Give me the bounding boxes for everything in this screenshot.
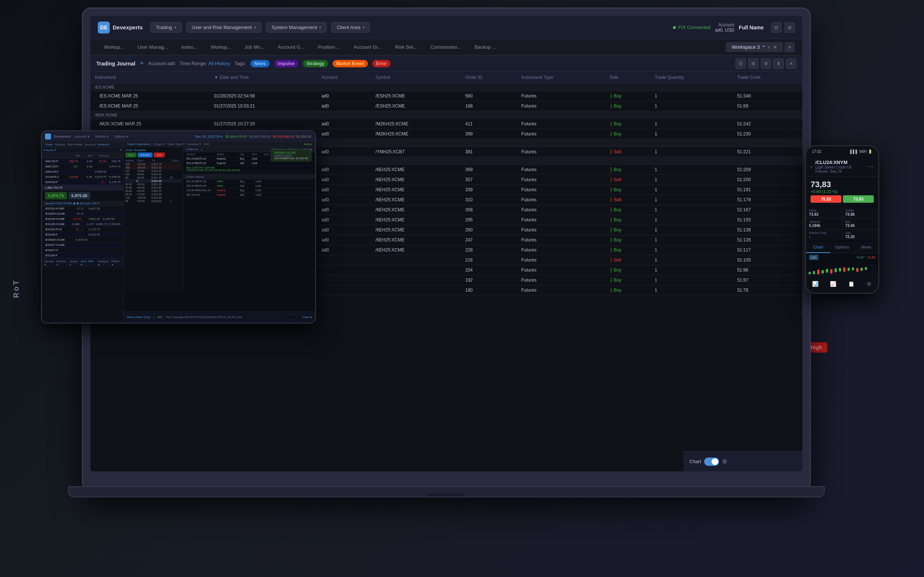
- phone-ask-btn[interactable]: 73,83: [843, 195, 874, 203]
- tablet-nav-account[interactable]: Account ▾: [72, 134, 92, 139]
- tj-ctrl-list[interactable]: ☰: [736, 58, 746, 69]
- spread-row-8[interactable]: /ESH27:XCME: [42, 243, 124, 248]
- oh-row-3[interactable]: /JCLM WMM Dec.24 Expired Buy Limit: [184, 188, 315, 193]
- phone-bid-btn[interactable]: 75,82: [811, 195, 842, 203]
- nav-account-gr[interactable]: Account Gr...: [348, 42, 388, 52]
- table-row[interactable]: /ES:XCME MAR 2501/28/2025 02:54:56ad0/ES…: [90, 91, 802, 101]
- spread-row-3[interactable]: /ESH25:XCME -5,171.... 3,881.00 6,095.50: [42, 216, 124, 222]
- chart-settings-icon[interactable]: ⚙: [722, 458, 727, 465]
- tag-market-event[interactable]: Market Event: [333, 60, 368, 67]
- workspace-close-btn[interactable]: ✕: [773, 44, 777, 50]
- nav-account-g[interactable]: Account G...: [272, 42, 311, 52]
- dom-ask-row-3[interactable]: 157-75.005,912.25: [126, 169, 182, 172]
- positions-tab[interactable]: 1: [201, 148, 202, 151]
- minimize-btn[interactable]: ⊟: [771, 22, 782, 33]
- spread-row-2[interactable]: /ESM25:XCME 50.W: [42, 211, 124, 216]
- tag-impulse[interactable]: Impulse: [274, 60, 298, 67]
- add-workspace-btn[interactable]: +: [784, 42, 795, 52]
- spread-row-9[interactable]: /ESM27:F: [42, 248, 124, 253]
- tag-error[interactable]: Error: [372, 60, 391, 67]
- tab-news[interactable]: News: [854, 242, 878, 253]
- dom-ask-row-4[interactable]: 104-50.005,912.00: [126, 172, 182, 176]
- phone-more-options-icon[interactable]: ⋯: [868, 163, 874, 170]
- phone-nav-settings[interactable]: ⚙: [866, 280, 873, 288]
- tj-ctrl-group[interactable]: ⊞: [748, 58, 758, 69]
- tablet-row-nkc[interactable]: /NKC25:P 358.75 4.40 21.00 296.75: [42, 159, 124, 164]
- tab-chart[interactable]: Chart: [806, 242, 830, 253]
- phone-nav-orders[interactable]: 📋: [847, 280, 855, 288]
- tag-strategy[interactable]: Strategy: [303, 60, 328, 67]
- tablet-row-mec[interactable]: /MEC25:P 167 0.28 3,974.75: [42, 164, 124, 169]
- nav-commission[interactable]: Commission...: [425, 42, 467, 52]
- system-mgmt-menu-btn[interactable]: System Management ▾: [266, 22, 327, 33]
- nav-job-mo[interactable]: Job Mo...: [238, 42, 270, 52]
- tab-trade[interactable]: Trade: [45, 143, 53, 146]
- spread-row-6[interactable]: /ESH26:F 5,410.00: [42, 232, 124, 237]
- chart-toggle-switch[interactable]: [704, 458, 719, 466]
- user-risk-menu-btn[interactable]: User and Risk Management ▾: [186, 22, 261, 33]
- nav-risk-set[interactable]: Risk Set...: [389, 42, 423, 52]
- nav-instru[interactable]: Instru...: [175, 42, 203, 52]
- spread-row-4[interactable]: /ESU25:XCME 0.000 1,477 4,952.75 5,308.0…: [42, 222, 124, 227]
- tablet-nav-options[interactable]: Options ▾: [112, 134, 131, 139]
- client-area-menu-btn[interactable]: Client Area ▾: [331, 22, 370, 33]
- dom-bid-row-3[interactable]: 30.00+62.505,910.75: [126, 189, 182, 193]
- dom-bid-row-4[interactable]: 55.00+75.005,910.50: [126, 193, 182, 196]
- tablet-row-gcm[interactable]: /GCM25:C 118.00 0.26 3,879.75 5,508.00: [42, 174, 124, 180]
- dom-ask-row-5[interactable]: 89-25.005,911.7547: [126, 176, 182, 179]
- table-row[interactable]: /ES:XCME MAR 2501/27/2025 10:03:21ad0/ES…: [90, 101, 802, 111]
- order-row-filled[interactable]: Buy 1,000 /For Calendar (XCME/XNYM+/CLZ2…: [184, 166, 315, 172]
- dom-bid-row-1[interactable]: 62.50+25.005,911.25: [126, 183, 182, 186]
- dom-ask-row-2[interactable]: 246-100.005,912.50: [126, 166, 182, 169]
- spread-row-7[interactable]: /ESM26:XCME 6,400.00: [42, 237, 124, 243]
- active-workspace-tab[interactable]: Workspace 3 * ≡ ✕: [726, 42, 783, 52]
- spread-row-10[interactable]: /ESZ28:F: [42, 253, 124, 258]
- oh-row-4[interactable]: /6E JUN 24 Expired Sell Limit: [184, 193, 315, 197]
- nav-position[interactable]: Position ...: [312, 42, 346, 52]
- chart-toggle-bottom[interactable]: Chart ●: [302, 316, 312, 319]
- tj-close-btn[interactable]: ✕: [786, 58, 797, 69]
- back-button[interactable]: ‹: [811, 164, 812, 170]
- tab-account[interactable]: Account: [85, 143, 96, 146]
- workspace-menu-icon[interactable]: ≡: [768, 45, 770, 50]
- dom-bid-row-6[interactable]: 66+75.005,910.001: [126, 200, 182, 203]
- tablet-filters-btn[interactable]: Filters ●: [112, 259, 121, 266]
- nav-user-manag[interactable]: User Manag...: [132, 42, 174, 52]
- order-row-2[interactable]: /ES:XCME/PLUS Expired Sell Limit: [184, 161, 315, 166]
- orders-tab[interactable]: Orders ▾: [186, 148, 198, 151]
- tab-options[interactable]: Options: [55, 143, 66, 146]
- tablet-row-dmu[interactable]: /DMU25:F 3,699.50: [42, 169, 124, 174]
- tablet-nav-market[interactable]: Market ▾: [93, 134, 111, 139]
- dom-bid-row-2[interactable]: 30.00+50.005,911.00: [126, 186, 182, 189]
- maximize-btn[interactable]: ⊞: [784, 22, 795, 33]
- buy-btn[interactable]: Buy: [126, 153, 137, 157]
- tag-news[interactable]: News: [250, 60, 269, 67]
- show-order-entry-btn[interactable]: Show Order Entry: [127, 316, 151, 319]
- phone-nav-chart[interactable]: 📈: [829, 280, 837, 288]
- add-item-btn[interactable]: +: [140, 60, 144, 67]
- spread-row-1[interactable]: /ESZ24:XCME -50.W 3,487.50: [42, 206, 124, 211]
- oh-row-2[interactable]: /ES:XCME/PLUS Filled Sell Limit: [184, 184, 315, 188]
- market-btn[interactable]: Market: [138, 153, 153, 157]
- time-range-value[interactable]: All History: [208, 61, 230, 66]
- tablet-close-btn[interactable]: ✕: [119, 148, 122, 152]
- phone-nav-instrument[interactable]: 📊: [811, 280, 819, 288]
- sell-btn[interactable]: Sell: [154, 153, 164, 157]
- tab-market[interactable]: Market ▾: [98, 143, 109, 146]
- nav-worksp2[interactable]: Worksp...: [205, 42, 237, 52]
- tj-ctrl-export[interactable]: ⬆: [773, 58, 784, 69]
- table-row[interactable]: /M2K:XCME MAR 2501/27/2025 10:27:20ad0/M…: [90, 119, 802, 129]
- nav-backup[interactable]: Backup ...: [469, 42, 502, 52]
- tablet-row-dsh[interactable]: /DSH25:F -5,... 3,178.75: [42, 180, 124, 185]
- timeframe-btn[interactable]: 1m: [809, 255, 818, 260]
- nav-worksp[interactable]: Worksp...: [98, 42, 130, 52]
- oh-row-1[interactable]: /ES:XCME/PLUS Filled Buy Limit: [184, 179, 315, 184]
- tab-risk-profile[interactable]: Risk Profile: [67, 143, 82, 146]
- spread-row-5[interactable]: /ESZ25:PUS -5,...... 3,179.75: [42, 227, 124, 232]
- trading-menu-btn[interactable]: Trading ▾: [150, 22, 182, 33]
- tj-ctrl-settings[interactable]: ⚙: [761, 58, 771, 69]
- dom-bid-row-5[interactable]: 118+100.005,910.25: [126, 196, 182, 200]
- analyze-toggle[interactable]: Analyze ●: [286, 316, 299, 319]
- tab-options[interactable]: Options: [830, 242, 855, 253]
- dom-ask-row-1[interactable]: 229-125.005,912.75: [126, 163, 182, 166]
